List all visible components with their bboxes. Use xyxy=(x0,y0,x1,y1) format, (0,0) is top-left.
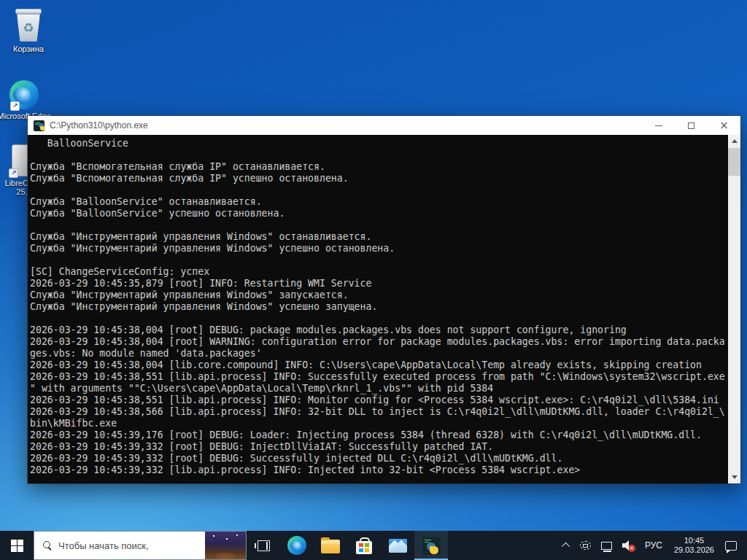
console-line: 2026-03-29 10:45:38,004 [root] WARNING: … xyxy=(30,336,726,348)
recycle-bin-body: ♻ xyxy=(17,14,40,42)
python-console-icon xyxy=(422,537,441,555)
mail-icon xyxy=(389,539,407,553)
edge-icon: ↗ xyxy=(9,80,39,109)
console-line: 2026-03-29 10:45:35,879 [root] INFO: Res… xyxy=(30,278,726,289)
console-line: 2026-03-29 10:45:39,332 [lib.api.process… xyxy=(30,464,726,476)
console-line: 2026-03-29 10:45:38,551 [lib.api.process… xyxy=(30,371,726,383)
clock-time: 10:45 xyxy=(674,536,714,545)
taskbar-edge-button[interactable] xyxy=(280,531,314,560)
network-button[interactable] xyxy=(596,531,617,560)
connect-display-icon xyxy=(580,541,591,550)
scroll-down-icon xyxy=(732,475,738,479)
network-icon xyxy=(601,542,612,550)
volume-button[interactable]: ✕ xyxy=(617,531,639,560)
python-console-icon xyxy=(34,120,44,131)
console-line: Служба "Вспомогательная служба IP" успеш… xyxy=(30,173,726,184)
console-line: Служба "Вспомогательная служба IP" остан… xyxy=(30,161,726,173)
console-window: C:\Python310\python.exe × BalloonService… xyxy=(28,116,740,483)
console-line: 2026-03-29 10:45:38,004 [root] DEBUG: pa… xyxy=(30,324,726,336)
scrollbar-thumb[interactable] xyxy=(728,148,740,176)
microsoft-store-icon xyxy=(356,541,372,554)
search-icon xyxy=(43,541,52,550)
console-line: BalloonService xyxy=(30,138,726,149)
desktop-icon-recycle-bin[interactable]: ♻ Корзина xyxy=(1,9,55,53)
start-button[interactable] xyxy=(0,531,34,560)
recycle-bin-lid xyxy=(15,9,42,14)
windows-logo-icon xyxy=(11,540,23,552)
language-indicator[interactable]: РУС xyxy=(639,531,668,560)
console-line: Служба "Инструментарий управления Window… xyxy=(30,289,726,301)
clock-date: 29.03.2026 xyxy=(674,545,714,555)
console-line: 2026-03-29 10:45:39,176 [root] DEBUG: Lo… xyxy=(30,429,726,441)
console-line: Служба "Инструментарий управления Window… xyxy=(30,301,726,313)
close-icon: × xyxy=(719,120,729,131)
show-hidden-icons-button[interactable] xyxy=(559,531,575,560)
console-line: 2026-03-29 10:45:39,332 [root] DEBUG: Su… xyxy=(30,453,726,464)
shortcut-arrow-icon: ↗ xyxy=(9,168,18,178)
console-line: ges.vbs: No module named 'data.packages' xyxy=(30,348,726,359)
taskbar-file-explorer-button[interactable] xyxy=(314,531,347,560)
window-title: C:\Python310\python.exe xyxy=(50,120,642,131)
maximize-button[interactable] xyxy=(675,116,708,135)
connect-display-button[interactable] xyxy=(575,531,596,560)
console-line: Служба "Инструментарий управления Window… xyxy=(30,231,726,243)
console-line: 2026-03-29 10:45:38,004 [lib.core.compou… xyxy=(30,359,726,371)
taskbar-mail-button[interactable] xyxy=(381,531,414,560)
minimize-button[interactable] xyxy=(642,116,675,135)
console-line: Служба "Инструментарий управления Window… xyxy=(30,243,726,254)
desktop-icon-label: Корзина xyxy=(1,44,55,53)
console-line: Служба "BalloonService" останавливается. xyxy=(30,196,726,208)
recycle-bin-icon: ♻ xyxy=(14,9,43,42)
edge-icon xyxy=(287,536,306,555)
scrollbar[interactable] xyxy=(728,135,740,483)
console-body: BalloonService Служба "Вспомогательная с… xyxy=(28,135,740,483)
system-tray: ✕ РУС 10:45 29.03.2026 xyxy=(559,531,747,560)
console-line xyxy=(30,184,726,196)
taskbar-clock[interactable]: 10:45 29.03.2026 xyxy=(668,531,720,560)
recycle-symbol: ♻ xyxy=(23,22,34,34)
desktop-icon-edge[interactable]: ↗ Microsoft Edge xyxy=(0,80,51,120)
console-line: Служба "BalloonService" успешно остановл… xyxy=(30,208,726,219)
volume-muted-icon: ✕ xyxy=(622,540,634,551)
task-view-icon xyxy=(258,540,270,551)
console-line: 2026-03-29 10:45:38,566 [lib.api.process… xyxy=(30,406,726,418)
console-line: 2026-03-29 10:45:38,551 [lib.api.process… xyxy=(30,394,726,406)
console-line xyxy=(30,313,726,324)
search-highlight-image[interactable] xyxy=(205,532,246,559)
console-line: bin\kMBifbc.exe xyxy=(30,418,726,429)
store-windows-grid xyxy=(359,543,369,552)
chevron-up-icon xyxy=(562,542,570,551)
search-input[interactable] xyxy=(58,540,205,551)
console-line: 2026-03-29 10:45:39,332 [root] DEBUG: In… xyxy=(30,441,726,453)
console-line: [SC] ChangeServiceConfig: успех xyxy=(30,266,726,278)
taskbar-python-console-button[interactable] xyxy=(414,531,448,560)
maximize-icon xyxy=(688,122,694,129)
scroll-up-icon xyxy=(732,139,738,143)
scroll-up-button[interactable] xyxy=(728,135,740,147)
taskbar-task-view-button[interactable] xyxy=(247,531,280,560)
taskbar-store-button[interactable] xyxy=(347,531,381,560)
taskbar: ✕ РУС 10:45 29.03.2026 xyxy=(0,531,747,560)
console-output: BalloonService Служба "Вспомогательная с… xyxy=(30,138,726,476)
scroll-down-button[interactable] xyxy=(728,471,740,483)
taskbar-search[interactable] xyxy=(34,531,247,560)
console-line xyxy=(30,219,726,231)
console-line xyxy=(30,254,726,266)
volume-muted-badge: ✕ xyxy=(628,545,635,552)
desktop: ♻ Корзина ↗ Microsoft Edge ↗ LibreOffice… xyxy=(0,0,747,560)
console-line: " with arguments ""C:\Users\cape\AppData… xyxy=(30,383,726,394)
shortcut-arrow-icon: ↗ xyxy=(10,101,20,111)
console-line xyxy=(30,149,726,161)
file-explorer-icon xyxy=(321,540,340,553)
action-center-icon xyxy=(725,541,737,551)
close-button[interactable]: × xyxy=(708,116,740,135)
minimize-icon xyxy=(655,125,662,126)
window-titlebar[interactable]: C:\Python310\python.exe × xyxy=(28,116,740,135)
action-center-button[interactable] xyxy=(720,531,747,560)
